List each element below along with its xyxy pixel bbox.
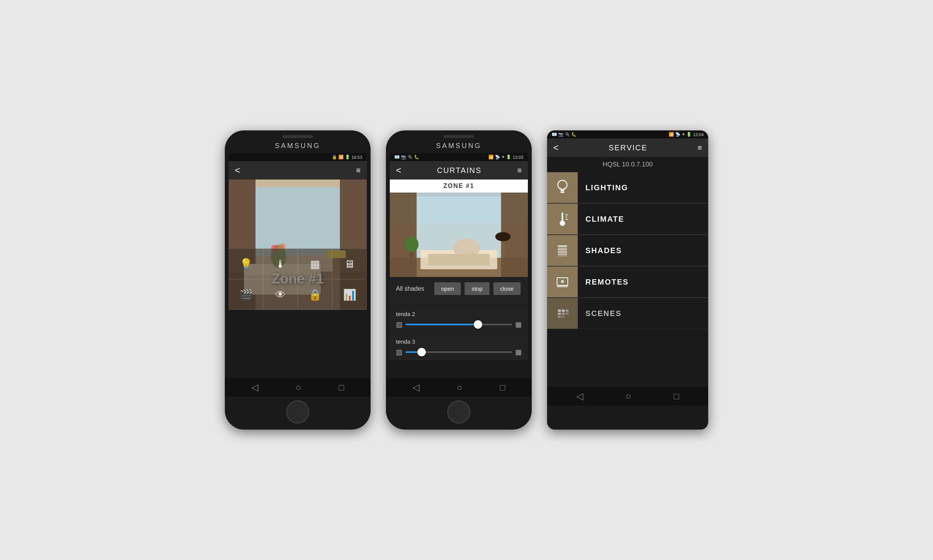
svg-rect-36 (558, 249, 567, 250)
phone3-debug-icon: 🐛 (571, 132, 577, 137)
phone2-all-shades-label: All shades (396, 285, 430, 292)
phone1-home-button[interactable] (286, 400, 309, 423)
phone3-lighting-icon-box (547, 172, 578, 203)
phone2-app-header: < CURTAINS ≡ (390, 161, 528, 180)
phone2-tenda2-row: tenda 2 ▧ ▦ (390, 307, 528, 333)
phone3-scenes-svg (555, 304, 570, 323)
phone3-bottom-nav: ◁ ○ □ (547, 387, 708, 405)
phone3-bt-icon: 📶 (669, 132, 674, 137)
phone3-nav-home[interactable]: ○ (626, 391, 631, 402)
phone1-grid-climate[interactable]: 🌡 (263, 249, 298, 279)
svg-point-44 (561, 280, 564, 283)
svg-rect-38 (558, 252, 567, 253)
phone3-time: 13:04 (693, 132, 704, 137)
phone2-menu-button[interactable]: ≡ (517, 166, 522, 175)
phone2-close-button[interactable]: close (493, 282, 521, 295)
phone3-item-climate[interactable]: CLIMATE (547, 204, 708, 235)
phone1-grid-lighting[interactable]: 💡 (229, 249, 263, 279)
svg-rect-45 (558, 310, 561, 312)
phone2-tenda3-slider-row: ▧ ▦ (396, 348, 522, 356)
phone2-nav-recent[interactable]: □ (500, 382, 506, 393)
phone3-usb-icon: 🔌 (565, 132, 570, 137)
svg-rect-52 (562, 316, 565, 318)
phone2-camera-icon: 📷 (401, 155, 406, 159)
phone2-back-button[interactable]: < (396, 165, 401, 176)
phone3-item-lighting[interactable]: LIGHTING (547, 172, 708, 203)
phone3-wifi-icon: 📡 (675, 132, 681, 137)
phone3-status-bar: 📧 📷 🔌 🐛 📶 📡 ✈ 🔋 13:04 (547, 130, 708, 138)
phone3-shades-label: SHADES (578, 246, 622, 255)
phone3-nav-recent[interactable]: □ (674, 391, 679, 402)
svg-rect-37 (558, 251, 567, 252)
phone2-screen: 📧 📷 🔌 🐛 📶 📡 ✈ 🔋 13:03 < CURTAINS ≡ ZONE … (390, 153, 528, 378)
phone3-battery-icon: 🔋 (686, 132, 692, 137)
phone1-zone-image: Zone #1 💡 🌡 ▦ 🖥 🎬 (229, 180, 367, 310)
svg-rect-16 (390, 193, 417, 277)
phone3-back-button[interactable]: < (553, 142, 559, 153)
phone2-tenda2-thumb[interactable] (474, 320, 482, 329)
phone2-zone-header: ZONE #1 (390, 180, 528, 193)
phone1-nav-home[interactable]: ○ (295, 382, 301, 393)
phone1-nav-recent[interactable]: □ (339, 382, 345, 393)
phone2-tenda3-thumb[interactable] (417, 348, 426, 356)
svg-rect-49 (562, 313, 565, 315)
phone2-wifi-icon: 📡 (495, 155, 500, 160)
svg-rect-50 (565, 313, 569, 315)
phone2-shades-controls: All shades open stop close (390, 277, 528, 305)
phone2-open-button[interactable]: open (434, 282, 461, 295)
phone1-back-button[interactable]: < (235, 165, 240, 176)
phone2-tenda3-track (406, 351, 512, 353)
phone3-remotes-svg (555, 272, 570, 292)
phone2-home-button[interactable] (447, 400, 470, 423)
phone3-menu-button[interactable]: ≡ (697, 143, 702, 152)
svg-point-30 (560, 221, 565, 226)
phone1-grid-shades[interactable]: ▦ (298, 249, 332, 279)
phone2-usb-icon: 🔌 (407, 155, 413, 159)
phone3-app-header: < SERVICE ≡ (547, 138, 708, 157)
phone3-nav-back[interactable]: ◁ (576, 391, 583, 402)
phone1-brand: SAMSUNG (275, 140, 320, 153)
svg-rect-29 (562, 212, 563, 222)
phone1-grid-eye[interactable]: 👁 (263, 279, 298, 310)
phone2-mail-icon: 📧 (394, 155, 400, 159)
phone2-top-bar (386, 130, 532, 140)
phone-1: SAMSUNG 🔒 📶 🔋 16:53 < ≡ (225, 130, 371, 430)
phone1-lock-grid-icon: 🔒 (308, 288, 322, 301)
svg-rect-39 (558, 254, 567, 255)
phone1-grid-film[interactable]: 🎬 (229, 279, 263, 310)
phone1-grid-lock[interactable]: 🔒 (298, 279, 332, 310)
phone2-tenda2-track (406, 324, 512, 325)
phone3-item-remotes[interactable]: REMOTES (547, 267, 708, 298)
phone3-item-shades[interactable]: SHADES (547, 235, 708, 266)
svg-rect-42 (557, 285, 568, 287)
phone2-tenda2-fill (406, 324, 478, 325)
phone3-climate-svg (555, 209, 570, 229)
phone1-grid-screen[interactable]: 🖥 (332, 249, 367, 279)
svg-rect-27 (560, 190, 564, 191)
phone3-remotes-label: REMOTES (578, 278, 629, 287)
phone2-time: 13:03 (513, 155, 523, 160)
phone1-top-bar (225, 130, 371, 140)
phone1-lighting-icon: 💡 (239, 258, 253, 270)
phone2-header-title: CURTAINS (437, 166, 481, 175)
phone1-menu-button[interactable]: ≡ (356, 166, 361, 175)
phone2-bottom-nav: ◁ ○ □ (386, 378, 532, 397)
phone2-stop-button[interactable]: stop (465, 282, 489, 295)
phone2-all-shades-row: All shades open stop close (396, 282, 522, 295)
phone2-nav-home[interactable]: ○ (457, 382, 462, 393)
phone2-tenda3-blind-open-icon: ▧ (396, 348, 402, 356)
svg-rect-47 (565, 310, 569, 312)
phone1-home-area (225, 397, 371, 430)
phone1-status-bar: 🔒 📶 🔋 16:53 (229, 153, 367, 161)
svg-point-26 (558, 180, 567, 189)
phone2-brand: SAMSUNG (436, 140, 481, 153)
phone2-status-right: 📶 📡 ✈ 🔋 13:03 (488, 155, 523, 160)
phone2-nav-back[interactable]: ◁ (412, 382, 419, 393)
svg-rect-34 (558, 245, 567, 247)
phone3-item-scenes[interactable]: SCENES (547, 298, 708, 329)
phone1-nav-back[interactable]: ◁ (251, 382, 258, 393)
phone1-chart-icon: 📊 (343, 288, 356, 301)
phone1-grid-chart[interactable]: 📊 (332, 279, 367, 310)
phone3-shades-icon-box (547, 235, 578, 266)
phone3-lighting-label: LIGHTING (578, 183, 628, 192)
